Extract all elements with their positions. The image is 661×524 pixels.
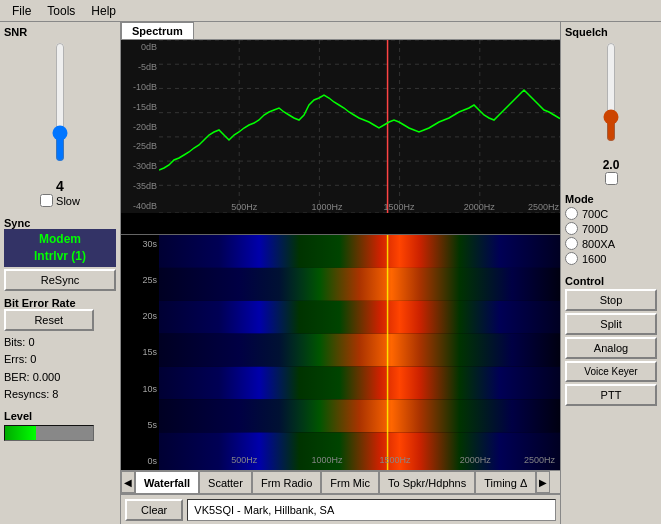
svg-text:500Hz: 500Hz [231,455,258,465]
ber-rate: BER: 0.000 [4,369,116,387]
squelch-value: 2.0 [603,158,620,172]
level-bar-container [4,425,94,441]
bottom-tabs: ◀ Waterfall Scatter Frm Radio Frm Mic To… [121,470,560,494]
tab-waterfall[interactable]: Waterfall [135,471,199,493]
y-label-8: -40dB [121,201,159,211]
stop-button[interactable]: Stop [565,289,657,311]
svg-rect-22 [159,367,560,400]
spectrum-svg: 500Hz 1000Hz 1500Hz 2000Hz 2500Hz [159,40,560,213]
y-label-7: -35dB [121,181,159,191]
svg-text:1000Hz: 1000Hz [311,202,343,212]
scroll-right-button[interactable]: ▶ [536,471,550,493]
tab-timing[interactable]: Timing Δ [475,471,536,493]
slow-container: Slow [40,194,80,207]
svg-rect-20 [159,301,560,334]
level-bar [5,426,36,440]
y-label-5: -25dB [121,141,159,151]
sync-section: Sync Modem Intrlvr (1) ReSync [4,217,116,291]
mode-800xa-label: 800XA [582,238,615,250]
level-section: Level [4,410,116,441]
scroll-left-icon: ◀ [124,477,132,488]
slow-checkbox[interactable] [40,194,53,207]
y-label-3: -15dB [121,102,159,112]
wf-y-20: 20s [121,311,159,321]
modem-line2: Intrlvr (1) [34,249,86,263]
wf-y-0: 0s [121,456,159,466]
tab-scatter[interactable]: Scatter [199,471,252,493]
mode-1600-label: 1600 [582,253,606,265]
resync-button[interactable]: ReSync [4,269,116,291]
mode-700d: 700D [565,222,657,235]
ber-info: Bits: 0 Errs: 0 BER: 0.000 Resyncs: 8 [4,334,116,404]
menu-bar: File Tools Help [0,0,661,22]
snr-slider-container [4,38,116,178]
menu-file[interactable]: File [4,2,39,20]
waterfall-svg: 500Hz 1000Hz 1500Hz 2000Hz 2500Hz [159,235,560,470]
mode-700c: 700C [565,207,657,220]
control-section: Control Stop Split Analog Voice Keyer PT… [565,275,657,408]
squelch-slider[interactable] [597,42,625,142]
spectrum-canvas-area: 0dB -5dB -10dB -15dB -20dB -25dB -30dB -… [121,40,560,213]
mode-800xa-radio[interactable] [565,237,578,250]
snr-label: SNR [4,26,27,38]
svg-rect-23 [159,400,560,433]
slow-label: Slow [56,195,80,207]
tab-spectrum[interactable]: Spectrum [121,22,194,39]
menu-help[interactable]: Help [83,2,124,20]
left-panel: SNR 4 Slow Sync Modem Intrlvr (1) ReSync… [0,22,120,524]
wf-y-25: 25s [121,275,159,285]
sync-title: Sync [4,217,30,229]
wf-y-30: 30s [121,239,159,249]
resyncs-info: Resyncs: 8 [4,386,116,404]
spectrum-container: 0dB -5dB -10dB -15dB -20dB -25dB -30dB -… [121,40,560,235]
ber-reset-button[interactable]: Reset [4,309,94,331]
level-title: Level [4,410,32,422]
svg-rect-18 [159,235,560,268]
tab-to-spkr[interactable]: To Spkr/Hdphns [379,471,475,493]
mode-700c-radio[interactable] [565,207,578,220]
squelch-section: Squelch 2.0 [565,26,657,185]
svg-text:1500Hz: 1500Hz [380,455,412,465]
y-label-4: -20dB [121,122,159,132]
mode-1600-radio[interactable] [565,252,578,265]
errs-info: Errs: 0 [4,351,116,369]
mode-700d-radio[interactable] [565,222,578,235]
analog-button[interactable]: Analog [565,337,657,359]
svg-text:500Hz: 500Hz [231,202,258,212]
tab-frm-radio[interactable]: Frm Radio [252,471,321,493]
modem-interleaver: Modem Intrlvr (1) [4,229,116,267]
svg-text:2500Hz: 2500Hz [524,455,556,465]
split-button[interactable]: Split [565,313,657,335]
svg-text:2500Hz: 2500Hz [528,202,560,212]
spectrum-y-labels: 0dB -5dB -10dB -15dB -20dB -25dB -30dB -… [121,40,159,213]
scroll-left-button[interactable]: ◀ [121,471,135,493]
svg-rect-19 [159,268,560,301]
center-panel: Spectrum 0dB -5dB -10dB -15dB -20dB -25d… [120,22,561,524]
squelch-checkbox[interactable] [605,172,618,185]
squelch-label: Squelch [565,26,608,38]
svg-rect-21 [159,334,560,367]
ptt-button[interactable]: PTT [565,384,657,406]
wf-y-10: 10s [121,384,159,394]
svg-text:1500Hz: 1500Hz [384,202,416,212]
main-layout: SNR 4 Slow Sync Modem Intrlvr (1) ReSync… [0,22,661,524]
voice-keyer-button[interactable]: Voice Keyer [565,361,657,382]
waterfall-container: 30s 25s 20s 15s 10s 5s 0s [121,235,560,470]
clear-button[interactable]: Clear [125,499,183,521]
snr-slider[interactable] [46,42,74,162]
tab-frm-mic[interactable]: Frm Mic [321,471,379,493]
modem-line1: Modem [39,232,81,246]
snr-value: 4 [56,178,64,194]
svg-text:2000Hz: 2000Hz [464,202,496,212]
wf-y-15: 15s [121,347,159,357]
y-label-0: 0dB [121,42,159,52]
bits-info: Bits: 0 [4,334,116,352]
mode-700d-label: 700D [582,223,608,235]
mode-title: Mode [565,193,657,205]
scroll-right-icon: ▶ [539,477,547,488]
squelch-slider-container [597,38,625,158]
menu-tools[interactable]: Tools [39,2,83,20]
wf-y-5: 5s [121,420,159,430]
wf-y-labels: 30s 25s 20s 15s 10s 5s 0s [121,235,159,470]
control-title: Control [565,275,657,287]
